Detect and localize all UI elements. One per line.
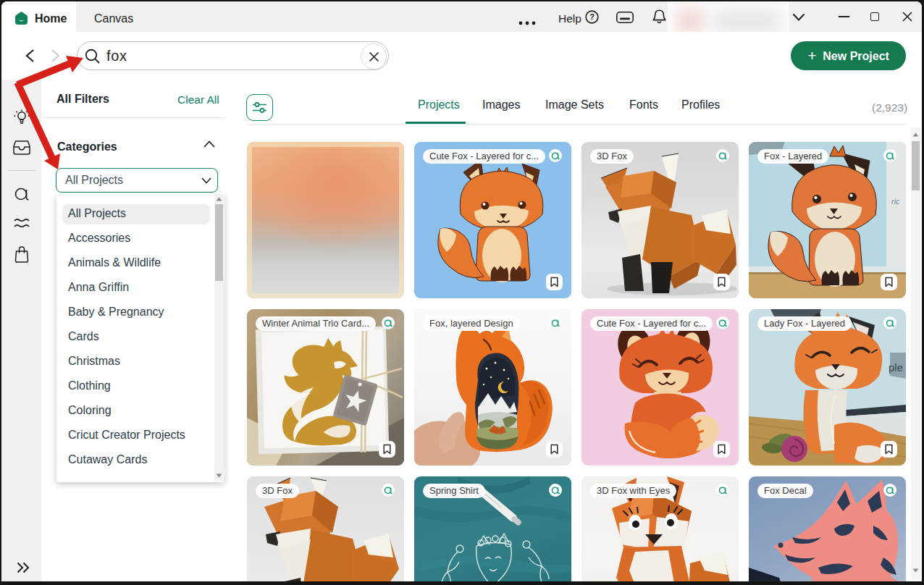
svg-text:?: ? [589,12,595,21]
svg-text:ple: ple [889,361,903,374]
svg-text:ric: ric [891,197,900,206]
